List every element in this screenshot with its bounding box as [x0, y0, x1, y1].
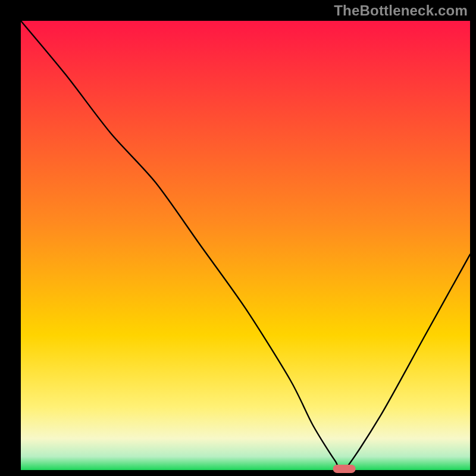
- optimum-marker: [333, 465, 356, 473]
- bottleneck-chart: [0, 0, 476, 476]
- heat-gradient-panel: [21, 21, 470, 470]
- outer-frame: { "watermark": { "text": "TheBottleneck.…: [0, 0, 476, 476]
